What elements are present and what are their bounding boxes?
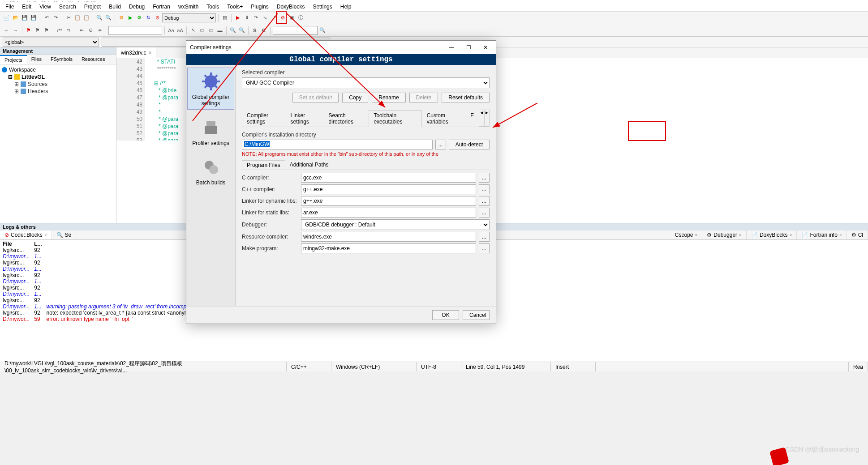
cancel-button[interactable]: Cancel [463, 310, 490, 320]
folder-sources[interactable]: ⊞Sources [2, 81, 114, 88]
new-icon[interactable]: 📄 [3, 14, 11, 22]
logs-tab-fortran[interactable]: 📄Fortran info× [797, 230, 847, 239]
mgmt-tab-projects[interactable]: Projects [0, 55, 27, 64]
build-run-icon[interactable]: ⚙ [135, 14, 143, 22]
debug-start-icon[interactable]: ▶ [234, 14, 242, 22]
cut-icon[interactable]: ✂ [64, 14, 73, 22]
dlg-tab-3[interactable]: Toolchain executables [369, 110, 421, 127]
maximize-icon[interactable]: ☐ [462, 44, 475, 51]
reset-button[interactable]: Reset defaults [442, 93, 490, 102]
save-all-icon[interactable]: 💾 [30, 14, 38, 22]
auto-detect-button[interactable]: Auto-detect [449, 140, 490, 149]
mgmt-tab-fsymbols[interactable]: FSymbols [46, 55, 77, 64]
cat-batch[interactable]: Batch builds [187, 154, 234, 188]
info-icon[interactable]: ⓘ [296, 14, 305, 22]
search-input[interactable] [108, 26, 162, 35]
scope-select[interactable]: <global> [3, 38, 99, 47]
menu-wxsmith[interactable]: wxSmith [175, 3, 202, 11]
menu-tools[interactable]: Tools [203, 3, 223, 11]
menu-project[interactable]: Project [81, 3, 104, 11]
rename-button[interactable]: Rename [372, 93, 405, 102]
stop-debug-icon[interactable]: ⊘ [279, 14, 287, 22]
abort-icon[interactable]: ⊘ [153, 14, 161, 22]
s-icon[interactable]: S [251, 26, 259, 34]
minimize-icon[interactable]: — [445, 44, 458, 51]
layout1-icon[interactable]: ▭ [198, 26, 206, 34]
browse-C++compiler[interactable]: ... [479, 184, 490, 194]
dialog-titlebar[interactable]: Compiler settings — ☐ ✕ [186, 41, 496, 54]
bookmark-prev-icon[interactable]: ⚑ [34, 26, 42, 34]
doxy1-icon[interactable]: /** [56, 26, 64, 34]
c-icon[interactable]: C [260, 26, 268, 34]
nav-back-icon[interactable]: ↞ [77, 26, 86, 34]
paste-icon[interactable]: 📋 [82, 14, 90, 22]
step-icon[interactable]: ⬇ [243, 14, 251, 22]
find-icon[interactable]: 🔍 [95, 14, 103, 22]
layout3-icon[interactable]: ▬ [216, 26, 224, 34]
subtab-additional-paths[interactable]: Additional Paths [285, 160, 333, 170]
field-C++compiler[interactable] [301, 184, 476, 194]
logs-tab-cscope[interactable]: Cscope× [670, 230, 703, 239]
field-Debugger[interactable]: GDB/CDB debugger : Default [301, 219, 490, 230]
doc-icon[interactable]: ▤ [221, 14, 229, 22]
field-Linkerforstaticlibs[interactable] [301, 208, 476, 218]
nav-home-icon[interactable]: ⊙ [86, 26, 95, 34]
bookmark-icon[interactable]: ⚑ [25, 26, 33, 34]
logs-tab-search[interactable]: 🔍Se [52, 230, 77, 239]
zoom-in-icon[interactable]: 🔍 [229, 26, 237, 34]
field-Ccompiler[interactable] [301, 173, 476, 183]
logs-tab-codeblocks[interactable]: ⊘Code::Blocks× [0, 230, 52, 239]
install-dir-input[interactable]: C:\MinGW [242, 140, 433, 149]
menu-edit[interactable]: Edit [18, 3, 35, 11]
set-default-button[interactable]: Set as default [292, 93, 339, 102]
redo-icon[interactable]: ↷ [52, 14, 60, 22]
bookmark-next-icon[interactable]: ⚑ [43, 26, 51, 34]
menu-tools+[interactable]: Tools+ [223, 3, 246, 11]
dlg-tab-5[interactable]: E [465, 110, 479, 127]
forward-icon[interactable]: → [12, 26, 20, 34]
menu-file[interactable]: File [2, 3, 17, 11]
step-out-icon[interactable]: ↗ [270, 14, 278, 22]
field-Linkerfordynamiclibs[interactable] [301, 196, 476, 206]
delete-button[interactable]: Delete [409, 93, 438, 102]
expr-input[interactable] [273, 26, 318, 35]
browse-Makeprogram[interactable]: ... [479, 243, 490, 253]
dlg-tab-2[interactable]: Search directories [324, 110, 369, 127]
cat-profiler[interactable]: Profiler settings [187, 114, 234, 149]
build-icon[interactable]: ⚙ [117, 14, 125, 22]
close-icon[interactable]: × [148, 50, 151, 56]
browse-Ccompiler[interactable]: ... [479, 173, 490, 183]
step-over-icon[interactable]: ↷ [252, 14, 260, 22]
logs-tab-cl[interactable]: ⚙Cl [847, 230, 868, 239]
dlg-tab-4[interactable]: Custom variables [422, 110, 466, 127]
close-icon[interactable]: ✕ [479, 44, 492, 51]
project-item[interactable]: ⊟LittlevGL [2, 73, 114, 81]
editor-tab[interactable]: win32drv.c× [116, 47, 156, 58]
zoom-out-icon[interactable]: 🔍 [238, 26, 246, 34]
field-Resourcecompiler[interactable] [301, 232, 476, 242]
save-icon[interactable]: 💾 [21, 14, 29, 22]
cursor-icon[interactable]: ↖ [189, 26, 197, 34]
doxy2-icon[interactable]: */ [64, 26, 73, 34]
menu-fortran[interactable]: Fortran [149, 3, 174, 11]
nav-fwd-icon[interactable]: ↠ [95, 26, 103, 34]
menu-search[interactable]: Search [56, 3, 80, 11]
folder-headers[interactable]: ⊞Headers [2, 88, 114, 95]
ok-button[interactable]: OK [432, 310, 459, 320]
menu-build[interactable]: Build [105, 3, 125, 11]
run-icon[interactable]: ▶ [126, 14, 134, 22]
menu-plugins[interactable]: Plugins [247, 3, 272, 11]
cat-global-compiler[interactable]: Global compiler settings [187, 68, 234, 110]
tab-nav-left[interactable]: ◄ [479, 110, 484, 127]
logs-tab-debugger[interactable]: ⚙Debugger× [702, 230, 747, 239]
logs-tab-doxy[interactable]: 📄DoxyBlocks× [747, 230, 797, 239]
browse-Linkerforstaticlibs[interactable]: ... [479, 208, 490, 218]
match-icon[interactable]: 🔍 [318, 26, 327, 34]
step-into-icon[interactable]: ↘ [261, 14, 269, 22]
menu-help[interactable]: Help [337, 3, 355, 11]
field-Makeprogram[interactable] [301, 243, 476, 253]
menu-doxyblocks[interactable]: DoxyBlocks [273, 3, 309, 11]
rebuild-icon[interactable]: ↻ [144, 14, 152, 22]
menu-settings[interactable]: Settings [309, 3, 335, 11]
tab-nav-right[interactable]: ► [484, 110, 490, 127]
